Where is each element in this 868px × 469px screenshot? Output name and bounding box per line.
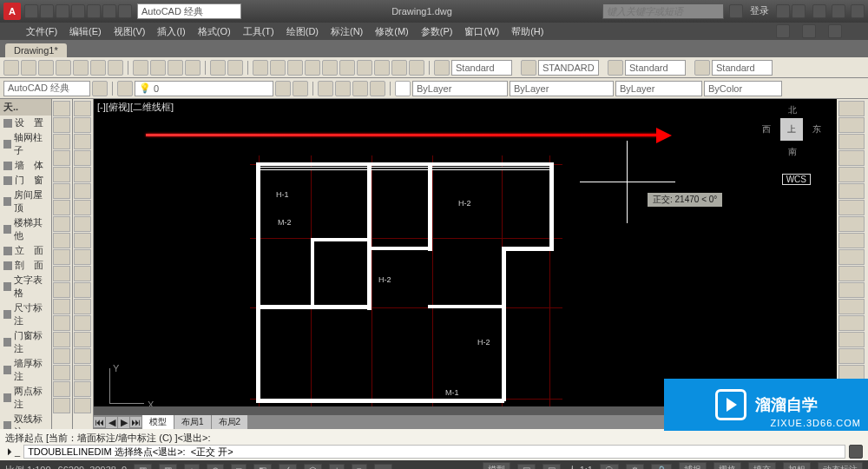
dimstyle-icon[interactable] (521, 60, 536, 76)
tray1-tool-2[interactable] (53, 134, 70, 149)
preview-icon[interactable] (73, 60, 89, 76)
tray1-tool-16[interactable] (53, 365, 70, 380)
dyn-toggle[interactable]: + (329, 464, 345, 470)
layout-tab-1[interactable]: 布局1 (174, 415, 212, 429)
qat-new-icon[interactable] (24, 4, 38, 18)
ortho-toggle[interactable]: ⟂ (184, 464, 200, 470)
layer-props-icon[interactable] (117, 81, 133, 96)
tray1-tool-3[interactable] (53, 150, 70, 166)
viewcube-face[interactable]: 上 (780, 118, 803, 141)
tray2-tool-0[interactable] (74, 101, 91, 116)
color-select[interactable]: ByLayer (412, 81, 508, 96)
minimize-icon[interactable] (812, 4, 826, 18)
layeriso-icon[interactable] (318, 81, 333, 96)
zoomwin-icon[interactable] (287, 60, 303, 76)
doc-close-icon[interactable] (828, 24, 842, 38)
rightbar-tool-2[interactable] (838, 134, 865, 149)
zoom-icon[interactable] (270, 60, 286, 76)
redo-icon[interactable] (227, 60, 243, 76)
panel-item-12[interactable]: 两点标注 (0, 384, 51, 412)
osnap-toggle[interactable]: □ (231, 464, 247, 470)
pan-icon[interactable] (253, 60, 268, 76)
doc-minimize-icon[interactable] (776, 24, 790, 38)
tray1-tool-7[interactable] (53, 216, 70, 232)
tray2-tool-12[interactable] (74, 299, 91, 314)
publish-icon[interactable] (90, 60, 106, 76)
tray1-tool-5[interactable] (53, 183, 70, 199)
tray1-tool-0[interactable] (53, 101, 70, 116)
snap-toggle[interactable]: ▦ (134, 464, 152, 470)
menu-tools[interactable]: 工具(T) (243, 25, 274, 38)
tray1-tool-9[interactable] (53, 249, 70, 265)
login-label[interactable]: 登录 (750, 4, 769, 18)
menu-view[interactable]: 视图(V) (114, 25, 146, 38)
3ddwf-icon[interactable] (108, 60, 123, 76)
close-icon[interactable] (851, 4, 865, 18)
status-coords[interactable]: 66209, 30938, 0 (58, 465, 128, 469)
layerfrz-icon[interactable] (335, 81, 351, 96)
qat-saveas-icon[interactable] (71, 4, 85, 18)
3dosnap-toggle[interactable]: ◧ (253, 464, 272, 470)
qat-redo-icon[interactable] (118, 4, 132, 18)
layermatch-icon[interactable] (370, 81, 385, 96)
status-scale[interactable]: 比例 1:100 (5, 464, 51, 470)
workspace-select[interactable]: AutoCAD 经典 (3, 81, 90, 96)
anno-scale[interactable]: 人 1:1 (568, 464, 593, 470)
panel-item-2[interactable]: 墙 体 (0, 158, 51, 173)
copy-icon[interactable] (150, 60, 166, 76)
rightbar-tool-6[interactable] (838, 200, 865, 215)
tray1-tool-11[interactable] (53, 282, 70, 298)
viewcube[interactable]: 北 西 东 南 上 (766, 104, 818, 156)
polar-toggle[interactable]: ⊕ (207, 464, 224, 470)
panel-item-5[interactable]: 楼梯其他 (0, 215, 51, 243)
mlstyle-select[interactable]: Standard (712, 60, 773, 76)
workspace-combo[interactable]: AutoCAD 经典 (137, 3, 241, 19)
otrack-toggle[interactable]: ∠ (279, 464, 297, 470)
cut-icon[interactable] (133, 60, 148, 76)
mlstyle-icon[interactable] (694, 60, 710, 76)
save-icon[interactable] (38, 60, 54, 76)
tab-nav-next-icon[interactable]: ▶ (118, 417, 130, 428)
menu-dim[interactable]: 标注(N) (331, 25, 363, 38)
toggle-4[interactable]: 动态标注 (818, 462, 863, 469)
tray1-tool-14[interactable] (53, 332, 70, 347)
lock-ui-icon[interactable]: 🔒 (651, 464, 672, 470)
ws-switch-icon[interactable]: ⚙ (626, 464, 644, 470)
layer-prev-icon[interactable] (293, 81, 308, 96)
menu-help[interactable]: 帮助(H) (511, 25, 543, 38)
tray1-tool-15[interactable] (53, 348, 70, 364)
panel-header[interactable]: 天.. (0, 99, 51, 116)
layeroff-icon[interactable] (352, 81, 368, 96)
rightbar-tool-14[interactable] (838, 332, 865, 347)
tray1-tool-1[interactable] (53, 117, 70, 133)
plotstyle-select[interactable]: ByColor (704, 81, 782, 96)
rightbar-tool-1[interactable] (838, 117, 865, 133)
file-tab[interactable]: Drawing1* (5, 43, 67, 57)
qat-print-icon[interactable] (87, 4, 101, 18)
menu-window[interactable]: 窗口(W) (464, 25, 499, 38)
menu-modify[interactable]: 修改(M) (375, 25, 409, 38)
help-icon[interactable] (792, 4, 806, 18)
tray2-tool-11[interactable] (74, 282, 91, 298)
workspace-settings-icon[interactable] (92, 81, 108, 96)
tray1-tool-17[interactable] (53, 381, 70, 397)
matchprop-icon[interactable] (185, 60, 201, 76)
rightbar-tool-10[interactable] (838, 266, 865, 281)
maximize-icon[interactable] (832, 4, 845, 18)
exchange-icon[interactable] (776, 4, 790, 18)
textstyle-select[interactable]: Standard (451, 60, 512, 76)
tray2-tool-17[interactable] (74, 381, 91, 397)
panel-item-0[interactable]: 设 置 (0, 116, 51, 130)
rightbar-tool-13[interactable] (838, 315, 865, 331)
markup-icon[interactable] (391, 60, 407, 76)
tab-nav-prev-icon[interactable]: ◀ (106, 417, 118, 428)
toggle-3[interactable]: 加粗 (783, 462, 811, 469)
panel-item-1[interactable]: 轴网柱子 (0, 130, 51, 158)
rightbar-tool-0[interactable] (838, 101, 865, 116)
panel-item-13[interactable]: 双线标注 (0, 412, 51, 429)
qat-save-icon[interactable] (56, 4, 69, 18)
doc-restore-icon[interactable] (802, 24, 816, 38)
command-line[interactable]: 选择起点 [当前：墙面标注/墙中标注 (C) ]<退出>: 🞂_ (0, 429, 868, 460)
layer-select[interactable]: 💡 0 (135, 81, 273, 96)
rightbar-tool-4[interactable] (838, 167, 865, 182)
